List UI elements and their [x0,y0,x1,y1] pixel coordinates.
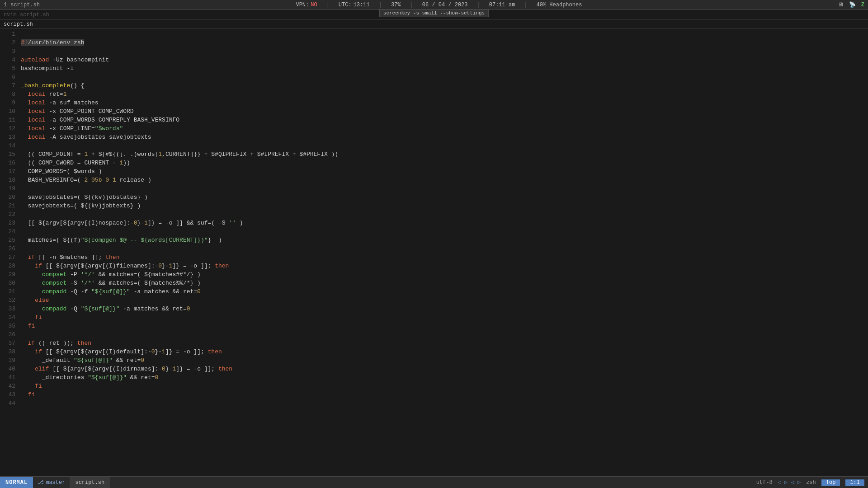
vpn-status: VPN: NO [296,2,317,8]
file-ref: script.sh [10,2,40,8]
window-number: 1 [4,2,7,8]
top-bar-center: VPN: NO | UTC: 13:11 | 37% | 06 / 04 / 2… [40,2,838,8]
filetype: zsh [806,479,816,486]
branch-name: master [46,479,65,486]
top-status-bar: 1 script.sh VPN: NO | UTC: 13:11 | 37% |… [0,0,868,10]
nvim-label: nvim script.sh [4,12,49,18]
nav-arrows: ◁ ▷ ◁ ▷ [778,479,801,486]
volume: 40% Headphones [537,2,582,8]
battery: 37% [391,2,401,8]
vpn-value: NO [311,2,317,8]
filename-tab: script.sh [70,477,110,488]
bottom-status-bar: NORMAL ⎇ master script.sh utf-8 ◁ ▷ ◁ ▷ … [0,476,868,488]
vim-mode: NORMAL [0,477,33,488]
line-col: 1:1 [845,479,864,486]
code-content[interactable]: #!/usr/bin/env zsh autoload -Uz bashcomp… [19,29,868,476]
top-bar-right-icons: 🖥 📡 Z [838,1,864,8]
monitor-icon: 🖥 [838,1,844,8]
time: 07:11 am [489,2,515,8]
editor-area[interactable]: 1 2 3 4 5 6 7 8 9 10 11 12 13 14 15 16 1… [0,29,868,476]
tab-title: script.sh [4,21,33,28]
git-branch: ⎇ master [33,479,70,486]
scroll-position: Top [821,479,840,486]
date: 06 / 04 / 2023 [422,2,468,8]
line-numbers: 1 2 3 4 5 6 7 8 9 10 11 12 13 14 15 16 1… [0,29,19,476]
utc-time: UTC: 13:11 [339,2,370,8]
z-icon: Z [861,2,864,8]
screenkey-popup: screenkey -s small --show-settings [379,9,489,17]
network-icon: 📡 [849,1,856,8]
bottom-right-info: utf-8 ◁ ▷ ◁ ▷ zsh Top 1:1 [756,479,868,486]
branch-icon: ⎇ [38,479,44,486]
encoding: utf-8 [756,479,773,486]
